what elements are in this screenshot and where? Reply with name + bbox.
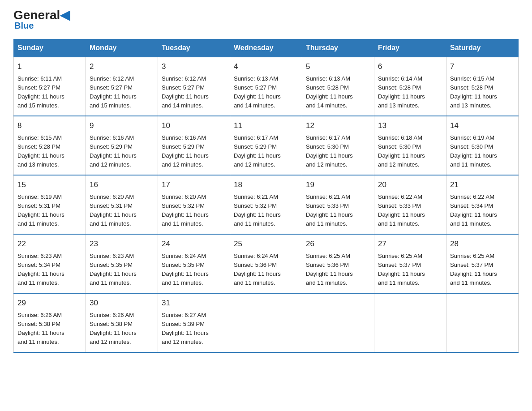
- day-info: Sunrise: 6:20 AM Sunset: 5:32 PM Dayligh…: [162, 193, 226, 229]
- day-info: Sunrise: 6:25 AM Sunset: 5:37 PM Dayligh…: [450, 252, 515, 288]
- day-cell-29: 29 Sunrise: 6:26 AM Sunset: 5:38 PM Dayl…: [14, 293, 86, 352]
- day-number: 2: [90, 61, 154, 73]
- logo-blue: Blue: [14, 21, 34, 31]
- day-cell-2: 2 Sunrise: 6:12 AM Sunset: 5:27 PM Dayli…: [86, 57, 158, 116]
- day-info: Sunrise: 6:20 AM Sunset: 5:31 PM Dayligh…: [90, 193, 154, 229]
- day-cell-31: 31 Sunrise: 6:27 AM Sunset: 5:39 PM Dayl…: [158, 293, 230, 352]
- day-number: 7: [450, 61, 515, 73]
- calendar-week-row: 8 Sunrise: 6:15 AM Sunset: 5:28 PM Dayli…: [14, 116, 519, 175]
- day-cell-26: 26 Sunrise: 6:25 AM Sunset: 5:36 PM Dayl…: [302, 234, 374, 293]
- day-cell-17: 17 Sunrise: 6:20 AM Sunset: 5:32 PM Dayl…: [158, 175, 230, 234]
- day-number: 31: [162, 297, 226, 309]
- day-number: 27: [378, 238, 442, 250]
- day-number: 11: [234, 120, 298, 132]
- weekday-header-wednesday: Wednesday: [230, 39, 302, 57]
- day-cell-10: 10 Sunrise: 6:16 AM Sunset: 5:29 PM Dayl…: [158, 116, 230, 175]
- day-info: Sunrise: 6:14 AM Sunset: 5:28 PM Dayligh…: [378, 74, 442, 111]
- day-cell-13: 13 Sunrise: 6:18 AM Sunset: 5:30 PM Dayl…: [374, 116, 446, 175]
- day-info: Sunrise: 6:12 AM Sunset: 5:27 PM Dayligh…: [162, 74, 226, 111]
- day-number: 19: [306, 179, 370, 191]
- day-number: 3: [162, 61, 226, 73]
- day-number: 8: [17, 120, 82, 132]
- day-info: Sunrise: 6:12 AM Sunset: 5:27 PM Dayligh…: [90, 74, 154, 111]
- day-info: Sunrise: 6:18 AM Sunset: 5:30 PM Dayligh…: [378, 133, 442, 170]
- day-cell-14: 14 Sunrise: 6:19 AM Sunset: 5:30 PM Dayl…: [446, 116, 519, 175]
- day-info: Sunrise: 6:23 AM Sunset: 5:35 PM Dayligh…: [90, 252, 154, 288]
- day-cell-8: 8 Sunrise: 6:15 AM Sunset: 5:28 PM Dayli…: [14, 116, 86, 175]
- day-cell-28: 28 Sunrise: 6:25 AM Sunset: 5:37 PM Dayl…: [446, 234, 519, 293]
- weekday-header-tuesday: Tuesday: [158, 39, 230, 57]
- day-number: 5: [306, 61, 370, 73]
- day-number: 21: [450, 179, 515, 191]
- day-number: 9: [90, 120, 154, 132]
- weekday-header-friday: Friday: [374, 39, 446, 57]
- day-cell-20: 20 Sunrise: 6:22 AM Sunset: 5:33 PM Dayl…: [374, 175, 446, 234]
- day-info: Sunrise: 6:17 AM Sunset: 5:30 PM Dayligh…: [306, 133, 370, 170]
- day-number: 13: [378, 120, 442, 132]
- day-info: Sunrise: 6:16 AM Sunset: 5:29 PM Dayligh…: [162, 133, 226, 170]
- day-number: 25: [234, 238, 298, 250]
- day-cell-15: 15 Sunrise: 6:19 AM Sunset: 5:31 PM Dayl…: [14, 175, 86, 234]
- day-number: 6: [378, 61, 442, 73]
- day-info: Sunrise: 6:15 AM Sunset: 5:28 PM Dayligh…: [450, 74, 515, 111]
- day-info: Sunrise: 6:21 AM Sunset: 5:32 PM Dayligh…: [234, 193, 298, 229]
- day-cell-11: 11 Sunrise: 6:17 AM Sunset: 5:29 PM Dayl…: [230, 116, 302, 175]
- calendar-week-row: 15 Sunrise: 6:19 AM Sunset: 5:31 PM Dayl…: [14, 175, 519, 234]
- day-cell-23: 23 Sunrise: 6:23 AM Sunset: 5:35 PM Dayl…: [86, 234, 158, 293]
- day-info: Sunrise: 6:26 AM Sunset: 5:38 PM Dayligh…: [90, 311, 154, 347]
- weekday-header-saturday: Saturday: [446, 39, 519, 57]
- day-cell-12: 12 Sunrise: 6:17 AM Sunset: 5:30 PM Dayl…: [302, 116, 374, 175]
- day-number: 30: [90, 297, 154, 309]
- day-number: 1: [17, 61, 82, 73]
- day-cell-1: 1 Sunrise: 6:11 AM Sunset: 5:27 PM Dayli…: [14, 57, 86, 116]
- day-number: 17: [162, 179, 226, 191]
- day-number: 29: [17, 297, 82, 309]
- day-number: 16: [90, 179, 154, 191]
- day-cell-22: 22 Sunrise: 6:23 AM Sunset: 5:34 PM Dayl…: [14, 234, 86, 293]
- day-info: Sunrise: 6:22 AM Sunset: 5:33 PM Dayligh…: [378, 193, 442, 229]
- calendar-week-row: 22 Sunrise: 6:23 AM Sunset: 5:34 PM Dayl…: [14, 234, 519, 293]
- day-cell-7: 7 Sunrise: 6:15 AM Sunset: 5:28 PM Dayli…: [446, 57, 519, 116]
- weekday-header-sunday: Sunday: [14, 39, 86, 57]
- calendar-week-row: 1 Sunrise: 6:11 AM Sunset: 5:27 PM Dayli…: [14, 57, 519, 116]
- logo: General◀ Blue: [13, 9, 70, 31]
- day-cell-21: 21 Sunrise: 6:22 AM Sunset: 5:34 PM Dayl…: [446, 175, 519, 234]
- logo-text: General◀: [13, 9, 70, 21]
- day-info: Sunrise: 6:11 AM Sunset: 5:27 PM Dayligh…: [17, 74, 82, 111]
- day-info: Sunrise: 6:26 AM Sunset: 5:38 PM Dayligh…: [17, 311, 82, 347]
- day-cell-18: 18 Sunrise: 6:21 AM Sunset: 5:32 PM Dayl…: [230, 175, 302, 234]
- day-number: 26: [306, 238, 370, 250]
- day-info: Sunrise: 6:16 AM Sunset: 5:29 PM Dayligh…: [90, 133, 154, 170]
- day-info: Sunrise: 6:22 AM Sunset: 5:34 PM Dayligh…: [450, 193, 515, 229]
- day-cell-30: 30 Sunrise: 6:26 AM Sunset: 5:38 PM Dayl…: [86, 293, 158, 352]
- day-info: Sunrise: 6:17 AM Sunset: 5:29 PM Dayligh…: [234, 133, 298, 170]
- day-cell-27: 27 Sunrise: 6:25 AM Sunset: 5:37 PM Dayl…: [374, 234, 446, 293]
- day-cell-25: 25 Sunrise: 6:24 AM Sunset: 5:36 PM Dayl…: [230, 234, 302, 293]
- day-number: 22: [17, 238, 82, 250]
- day-number: 10: [162, 120, 226, 132]
- day-info: Sunrise: 6:24 AM Sunset: 5:35 PM Dayligh…: [162, 252, 226, 288]
- calendar-table: SundayMondayTuesdayWednesdayThursdayFrid…: [13, 39, 519, 353]
- day-number: 23: [90, 238, 154, 250]
- weekday-header-thursday: Thursday: [302, 39, 374, 57]
- weekday-header-row: SundayMondayTuesdayWednesdayThursdayFrid…: [14, 39, 519, 57]
- empty-day-cell: [302, 293, 374, 352]
- day-info: Sunrise: 6:27 AM Sunset: 5:39 PM Dayligh…: [162, 311, 226, 347]
- day-info: Sunrise: 6:25 AM Sunset: 5:36 PM Dayligh…: [306, 252, 370, 288]
- calendar-week-row: 29 Sunrise: 6:26 AM Sunset: 5:38 PM Dayl…: [14, 293, 519, 352]
- empty-day-cell: [446, 293, 519, 352]
- day-cell-24: 24 Sunrise: 6:24 AM Sunset: 5:35 PM Dayl…: [158, 234, 230, 293]
- day-info: Sunrise: 6:15 AM Sunset: 5:28 PM Dayligh…: [17, 133, 82, 170]
- day-cell-6: 6 Sunrise: 6:14 AM Sunset: 5:28 PM Dayli…: [374, 57, 446, 116]
- day-number: 4: [234, 61, 298, 73]
- day-info: Sunrise: 6:13 AM Sunset: 5:27 PM Dayligh…: [234, 74, 298, 111]
- day-cell-9: 9 Sunrise: 6:16 AM Sunset: 5:29 PM Dayli…: [86, 116, 158, 175]
- day-cell-4: 4 Sunrise: 6:13 AM Sunset: 5:27 PM Dayli…: [230, 57, 302, 116]
- day-info: Sunrise: 6:24 AM Sunset: 5:36 PM Dayligh…: [234, 252, 298, 288]
- day-info: Sunrise: 6:19 AM Sunset: 5:31 PM Dayligh…: [17, 193, 82, 229]
- day-number: 12: [306, 120, 370, 132]
- day-number: 24: [162, 238, 226, 250]
- day-info: Sunrise: 6:21 AM Sunset: 5:33 PM Dayligh…: [306, 193, 370, 229]
- day-number: 28: [450, 238, 515, 250]
- day-cell-19: 19 Sunrise: 6:21 AM Sunset: 5:33 PM Dayl…: [302, 175, 374, 234]
